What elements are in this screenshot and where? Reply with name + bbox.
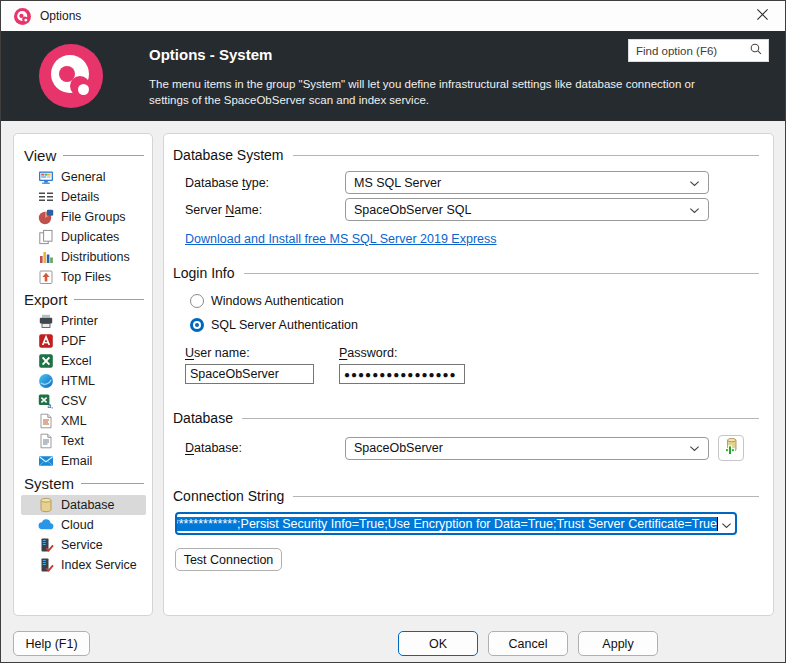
sidebar-item-label: Details: [61, 190, 99, 204]
test-connection-button[interactable]: Test Connection: [175, 548, 282, 571]
username-label: User name:: [185, 346, 339, 360]
database-dropdown[interactable]: SpaceObServer: [345, 437, 709, 460]
sidebar-item-label: Index Service: [61, 558, 137, 572]
connection-string-selected-text: =****************;Persist Security Info=…: [175, 517, 717, 531]
sidebar-item-label: PDF: [61, 334, 86, 348]
sidebar-item-csv[interactable]: a, CSV: [21, 391, 146, 411]
sidebar-item-excel[interactable]: Excel: [21, 351, 146, 371]
download-sql-server-link[interactable]: Download and Install free MS SQL Server …: [185, 232, 497, 246]
spaceobserver-logo-icon: [39, 44, 103, 108]
sidebar-item-distributions[interactable]: Distributions: [21, 247, 146, 267]
chevron-down-icon: [689, 176, 700, 190]
database-type-dropdown[interactable]: MS SQL Server: [345, 171, 709, 194]
section-title-text: Database System: [173, 147, 284, 163]
page-description: The menu items in the group "System" wil…: [149, 76, 695, 108]
close-icon: [756, 8, 769, 24]
sidebar-item-pdf[interactable]: PDF: [21, 331, 146, 351]
email-icon: [38, 453, 54, 469]
search-input[interactable]: [636, 45, 749, 57]
sidebar-item-xml[interactable]: XML: [21, 411, 146, 431]
group-header-export: Export: [21, 287, 146, 311]
section-title-text: Connection String: [173, 488, 284, 504]
ok-button[interactable]: OK: [398, 631, 478, 656]
connection-string-field[interactable]: =****************;Persist Security Info=…: [175, 512, 737, 535]
excel-icon: [38, 353, 54, 369]
sidebar-item-label: Distributions: [61, 250, 130, 264]
sidebar-item-label: Excel: [61, 354, 92, 368]
sidebar-item-label: XML: [61, 414, 87, 428]
divider: [242, 418, 759, 419]
sidebar-item-details[interactable]: Details: [21, 187, 146, 207]
page-header: Options - System The menu items in the g…: [1, 31, 785, 121]
divider: [293, 155, 760, 156]
apply-button[interactable]: Apply: [578, 631, 658, 656]
sidebar-item-service[interactable]: Service: [21, 535, 146, 555]
sidebar-item-index-service[interactable]: Index Service: [21, 555, 146, 575]
page-title: Options - System: [149, 46, 272, 63]
sidebar-item-html[interactable]: HTML: [21, 371, 146, 391]
windows-auth-label: Windows Authentication: [211, 294, 344, 308]
group-header-view: View: [21, 143, 146, 167]
sidebar-item-label: File Groups: [61, 210, 126, 224]
monitor-icon: [38, 169, 54, 185]
html-globe-icon: [38, 373, 54, 389]
duplicates-pages-icon: [38, 229, 54, 245]
page-description-line1: The menu items in the group "System" wil…: [149, 76, 695, 92]
sql-auth-label: SQL Server Authentication: [211, 318, 358, 332]
text-caret: [717, 517, 718, 531]
close-button[interactable]: [739, 1, 785, 30]
title-bar: Options: [1, 1, 785, 31]
find-option-searchbox[interactable]: [628, 39, 769, 62]
sidebar-item-text[interactable]: Text: [21, 431, 146, 451]
divider: [63, 155, 144, 156]
sidebar-item-label: Text: [61, 434, 84, 448]
cancel-button[interactable]: Cancel: [488, 631, 568, 656]
section-login-info: Login Info: [173, 265, 759, 281]
sql-auth-radio[interactable]: SQL Server Authentication: [190, 317, 759, 332]
chevron-down-icon[interactable]: [721, 515, 732, 533]
sidebar-item-database[interactable]: Database: [21, 495, 146, 515]
sidebar-item-label: Database: [61, 498, 115, 512]
database-label: Database:: [185, 441, 345, 455]
add-database-icon: [722, 437, 741, 459]
top-files-icon: [38, 269, 54, 285]
add-database-button[interactable]: [718, 435, 744, 461]
help-button[interactable]: Help (F1): [13, 631, 90, 656]
username-field[interactable]: [185, 364, 314, 384]
svg-text:a,: a,: [48, 402, 54, 409]
pie-chart-icon: [38, 209, 54, 225]
divider: [81, 483, 144, 484]
divider: [293, 496, 759, 497]
app-logo-icon: [14, 8, 31, 25]
printer-icon: [38, 313, 54, 329]
sidebar-item-label: CSV: [61, 394, 87, 408]
sidebar-item-duplicates[interactable]: Duplicates: [21, 227, 146, 247]
divider: [74, 299, 144, 300]
service-icon: [38, 537, 54, 553]
section-connection-string: Connection String: [173, 488, 759, 504]
database-icon: [38, 497, 54, 513]
sidebar-item-cloud[interactable]: Cloud: [21, 515, 146, 535]
options-dialog: Options Options - System The menu items …: [0, 0, 786, 663]
cloud-icon: [38, 517, 54, 533]
sidebar-item-top-files[interactable]: Top Files: [21, 267, 146, 287]
sidebar-item-file-groups[interactable]: File Groups: [21, 207, 146, 227]
server-name-dropdown[interactable]: SpaceObServer SQL: [345, 198, 709, 221]
database-type-label: Database type:: [185, 176, 345, 190]
password-label: Password:: [339, 346, 465, 360]
sidebar-item-email[interactable]: Email: [21, 451, 146, 471]
group-label-view: View: [24, 147, 56, 164]
password-field[interactable]: [339, 364, 465, 384]
sidebar-item-printer[interactable]: Printer: [21, 311, 146, 331]
windows-auth-radio[interactable]: Windows Authentication: [190, 293, 759, 308]
sidebar-item-label: General: [61, 170, 105, 184]
search-icon[interactable]: [749, 42, 763, 60]
options-tree: View General Details File Groups Duplica…: [13, 133, 153, 616]
sidebar-item-general[interactable]: General: [21, 167, 146, 187]
chevron-down-icon: [689, 441, 700, 455]
xml-file-icon: [38, 413, 54, 429]
group-header-system: System: [21, 471, 146, 495]
index-service-icon: [38, 557, 54, 573]
group-label-export: Export: [24, 291, 67, 308]
sidebar-item-label: Duplicates: [61, 230, 119, 244]
